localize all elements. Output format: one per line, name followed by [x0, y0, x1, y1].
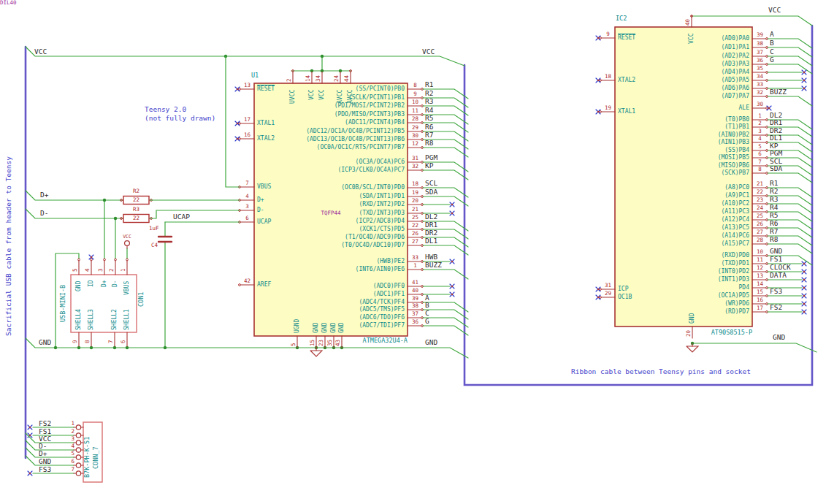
ic2-value[interactable]: AT90S8515-P	[694, 329, 752, 336]
vcc-rail	[26, 47, 464, 66]
u1-pin-name: VCC	[309, 89, 315, 99]
net-label-R2[interactable]: R2	[770, 188, 778, 195]
ic2-pin-number: 40	[685, 19, 691, 26]
net-label-SDA[interactable]: SDA	[770, 165, 782, 172]
net-label-R1[interactable]: R1	[425, 81, 433, 88]
net-label-R7[interactable]: R7	[425, 131, 433, 139]
net-label-GND[interactable]: GND	[770, 248, 782, 255]
wire-A	[768, 39, 812, 48]
net-label-DL2[interactable]: DL2	[425, 213, 437, 221]
u1-pin-name: UGND	[294, 319, 300, 333]
net-label-R6[interactable]: R6	[770, 220, 778, 227]
net-label-FS2[interactable]: FS2	[39, 420, 51, 427]
net-label-D+[interactable]: D+	[39, 450, 47, 457]
net-label-R5[interactable]: R5	[770, 212, 778, 219]
ic2-pin-name: (AIN1)PB3	[637, 140, 749, 145]
net-label-VCC[interactable]: VCC	[34, 48, 47, 56]
ic2-reference[interactable]: IC2	[616, 15, 627, 22]
net-label-DR1[interactable]: DR1	[425, 221, 437, 229]
net-label-G[interactable]: G	[425, 318, 429, 325]
u1-value[interactable]: ATMEGA32U4-A	[349, 337, 408, 344]
net-label-R4[interactable]: R4	[770, 204, 778, 211]
net-label-DATA[interactable]: DATA	[770, 272, 787, 279]
ic2-pin-name: (AIN0)PB2	[637, 132, 749, 138]
u1-pin-number: 11	[409, 108, 421, 114]
net-label-KP[interactable]: KP	[425, 162, 433, 169]
ic2-pin-number: 4	[754, 136, 766, 142]
net-label-R8[interactable]: R8	[770, 236, 778, 243]
u1-pin-number: 27	[409, 239, 421, 245]
net-label-R3[interactable]: R3	[425, 98, 433, 105]
net-label-BUZZ[interactable]: BUZZ	[425, 261, 442, 269]
connector-pad	[76, 471, 80, 476]
net-label-R6[interactable]: R6	[425, 123, 433, 131]
net-label-C[interactable]: C	[770, 48, 774, 56]
vcc-power-flag[interactable]: VCC	[119, 234, 135, 240]
net-label-B[interactable]: B	[425, 302, 429, 309]
net-label-R4[interactable]: R4	[425, 107, 433, 114]
net-label-FS1[interactable]: FS1	[770, 256, 782, 263]
net-label-UCAP[interactable]: UCAP	[173, 213, 190, 221]
u1-pin-name: GND	[331, 323, 337, 333]
net-label-HWB[interactable]: HWB	[425, 253, 437, 261]
net-label-FS3[interactable]: FS3	[770, 288, 782, 295]
teensy-note-line1[interactable]: Teensy 2.0	[145, 106, 186, 113]
u1-reference[interactable]: U1	[251, 72, 259, 79]
gnd-net-right	[692, 343, 817, 352]
net-label-R5[interactable]: R5	[425, 115, 433, 122]
net-label-FS3[interactable]: FS3	[39, 466, 51, 473]
R3-reference[interactable]: R3	[123, 207, 149, 213]
net-label-R1[interactable]: R1	[770, 180, 778, 187]
net-label-D+[interactable]: D+	[40, 191, 48, 199]
con1-reference[interactable]: CON1	[138, 292, 145, 307]
pin-end	[126, 259, 129, 261]
connector-pad	[76, 455, 80, 459]
net-label-G[interactable]: G	[770, 56, 774, 64]
ribbon-cable-note[interactable]: Ribbon cable between Teensy pins and soc…	[571, 368, 751, 375]
net-label-GND[interactable]: GND	[39, 339, 51, 346]
net-label-DR2[interactable]: DR2	[425, 229, 437, 237]
net-label-B[interactable]: B	[770, 39, 774, 47]
u1-pin-name: AREF	[257, 282, 271, 288]
ic2-pin-number: 6	[754, 151, 766, 157]
net-label-GND[interactable]: GND	[425, 339, 437, 346]
net-label-R3[interactable]: R3	[770, 196, 778, 203]
net-label-SCL[interactable]: SCL	[425, 180, 437, 187]
net-label-VCC[interactable]: VCC	[768, 7, 781, 14]
net-label-DL1[interactable]: DL1	[770, 134, 782, 142]
net-label-A[interactable]: A	[770, 31, 774, 38]
ic2-pin-number: 24	[754, 205, 766, 211]
net-label-R8[interactable]: R8	[425, 140, 433, 147]
net-label-PGM[interactable]: PGM	[770, 150, 782, 157]
net-label-FS2[interactable]: FS2	[770, 304, 782, 311]
ic2-pin-name: PD4	[637, 285, 749, 291]
conn7-pin-number: 7	[66, 467, 74, 473]
net-label-R2[interactable]: R2	[425, 90, 433, 97]
net-label-VCC[interactable]: VCC	[422, 48, 435, 56]
c4-reference[interactable]: C4	[151, 243, 158, 248]
u1-pin-number: 30	[409, 133, 421, 139]
net-label-D-[interactable]: D-	[40, 210, 48, 217]
net-label-BUZZ[interactable]: BUZZ	[770, 88, 787, 96]
net-label-DR1[interactable]: DR1	[770, 119, 782, 126]
pin-end	[768, 107, 770, 109]
conn7-reference[interactable]: CONN_7	[93, 446, 99, 469]
u1-pin-name: XTAL2	[257, 136, 275, 142]
net-label-GND[interactable]: GND	[39, 458, 51, 465]
conn7-value[interactable]: B7K-PH-K-S1	[84, 437, 91, 478]
ic2-pin-name: (SS)PB4	[637, 148, 749, 153]
R2-reference[interactable]: R2	[123, 188, 149, 194]
net-label-R7[interactable]: R7	[770, 228, 778, 235]
u1-pin-name: VCC	[319, 89, 325, 99]
net-label-DL1[interactable]: DL1	[425, 237, 437, 245]
net-label-GND[interactable]: GND	[773, 334, 785, 341]
net-label-PGM[interactable]: PGM	[425, 154, 437, 161]
con1-value[interactable]: USB-MINI-B	[60, 285, 66, 322]
net-label-CLOCK[interactable]: CLOCK	[770, 264, 791, 271]
net-label-SDA[interactable]: SDA	[425, 188, 437, 196]
u1-pin-name: GND	[339, 323, 345, 333]
teensy-note-line2[interactable]: (not fully drawn)	[145, 115, 215, 122]
pin-end	[451, 294, 453, 295]
net-label-C[interactable]: C	[425, 310, 429, 317]
usb-cable-note[interactable]: Sacrificial USB cable from header to Tee…	[5, 156, 12, 336]
